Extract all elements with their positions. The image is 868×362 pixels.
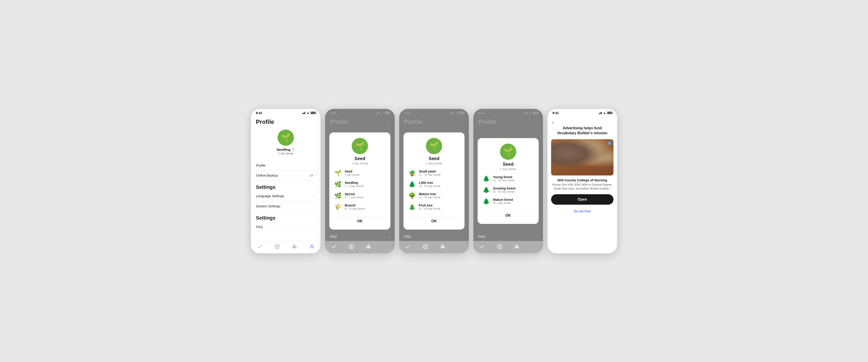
streak-item-youngforest: 🌲 Young forest 41 - 50 day streak: [482, 173, 534, 184]
phone-2: 9:41 ▲ Profile 🌱 Seed 1 day streak: [325, 109, 395, 254]
close-button[interactable]: ×: [552, 120, 554, 126]
nav-target[interactable]: [274, 243, 280, 250]
go-ad-free-link[interactable]: Go ad free: [548, 209, 617, 213]
college-name: Will County College of Nursing: [548, 178, 617, 182]
battery-icon: [311, 112, 315, 114]
item-days-seedling: 2 - 3 day streak: [345, 185, 364, 188]
ok-button-1[interactable]: OK: [334, 216, 386, 226]
streak-item-smallplant: 🪴 Small plant 11 - 14 day streak: [408, 167, 460, 178]
nav-check-4[interactable]: [479, 243, 485, 250]
nav-check-3[interactable]: [405, 243, 411, 250]
chevron-sys: ›: [314, 204, 315, 208]
faq-row-4: FAQ ›: [473, 232, 543, 241]
modal-title-2: Seed: [429, 156, 439, 161]
svg-point-7: [425, 246, 426, 247]
chevron-faq: ›: [314, 225, 315, 229]
nav-check-2[interactable]: [331, 243, 337, 250]
menu-item-profile[interactable]: Profile: [256, 161, 315, 170]
modal-seed-icon-2: 🌱 Seed 1 day streak: [408, 138, 460, 165]
chevron-icon: ›: [314, 173, 315, 177]
nav-check[interactable]: [256, 243, 263, 250]
item-name-smallplant: Small plant: [419, 170, 440, 173]
menu-item-faq[interactable]: FAQ ›: [256, 222, 315, 232]
nav-profile-4[interactable]: [531, 243, 537, 250]
status-icons-5: ▲: [598, 111, 612, 115]
streak-item-fruittree: 🎄 Fruit tree 31 - 40 day streak: [408, 201, 460, 213]
item-name-seed: Seed: [345, 170, 360, 173]
nav-target-4[interactable]: [496, 243, 503, 250]
chevron-lang: ›: [314, 194, 315, 198]
nav-chart-2[interactable]: [366, 243, 372, 250]
backup-right: off ›: [309, 173, 315, 177]
item-name-growingforest: Growing forest: [493, 187, 516, 190]
youngforest-icon: 🌲: [482, 174, 490, 183]
menu-section: Profile Online Backup off ›: [251, 161, 320, 180]
bottom-nav-1: [251, 241, 320, 253]
item-name-youngforest: Young forest: [493, 175, 515, 179]
item-name-maturetree: Mature tree: [419, 192, 440, 196]
seed-circle-2: 🌱: [426, 138, 442, 154]
profile-screen: Profile 🌱 Seedling ? 1 day streak Profil…: [251, 116, 320, 232]
item-days-sprout: 4 - 7 day streak: [345, 196, 364, 199]
littletree-icon: 🌲: [408, 180, 416, 188]
ok-button-3[interactable]: OK: [482, 211, 534, 220]
profile-header: Profile 🌱 Seedling ? 1 day streak: [251, 116, 320, 161]
phone-4: 9:41 ▲ Profile 🌱 Seed 1 day streak: [473, 109, 543, 254]
ad-image: ℹ: [551, 139, 614, 175]
nav-profile-2[interactable]: [383, 243, 389, 250]
item-name-fruittree: Fruit tree: [419, 203, 440, 207]
streak-item-sprout: 🌿 Sprout 4 - 7 day streak: [334, 190, 386, 201]
item-days-seed: 1 day streak: [345, 173, 360, 176]
streak-modal-3: 🌱 Seed 1 day streak 🌲 Young forest 41 - …: [477, 138, 539, 224]
nav-chart-3[interactable]: [440, 243, 446, 250]
phone-5: 9:41 ▲ × Advertising helps fund Vocabula…: [547, 109, 617, 254]
menu-item-system[interactable]: System Settings ›: [256, 201, 315, 212]
seed-circle-3: 🌱: [500, 143, 516, 160]
faq-row-3: FAQ ›: [399, 232, 469, 241]
modal-subtitle-2: 1 day streak: [426, 162, 442, 165]
streak-modal-1: 🌱 Seed 1 day streak 🌱 Seed 1 day streak …: [329, 133, 391, 229]
modal-overlay-4: 🌱 Seed 1 day streak 🌲 Young forest 41 - …: [473, 109, 543, 253]
streak-item-seed: 🌱 Seed 1 day streak: [334, 167, 386, 178]
item-days-growingforest: 51 - 60 day streak: [493, 190, 516, 193]
svg-point-5: [385, 245, 387, 247]
status-icons-1: ▲: [302, 111, 315, 115]
streak-list-3: 🌲 Young forest 41 - 50 day streak 🌲 Grow…: [482, 173, 534, 207]
college-desc: Pursue Your ASN, BSN, MSN or Doctoral De…: [551, 183, 614, 191]
streak-item-littletree: 🌲 Little tree 15 - 20 day streak: [408, 178, 460, 190]
menu-item-language[interactable]: Language Settings ›: [256, 191, 315, 201]
smallplant-icon: 🪴: [408, 169, 416, 177]
avatar-icon: 🌱: [278, 130, 294, 146]
item-name-branch: Branch: [345, 203, 365, 207]
modal-subtitle: 1 day streak: [352, 162, 368, 165]
ok-button-2[interactable]: OK: [408, 216, 460, 226]
streak-list-1: 🌱 Seed 1 day streak 🌿 Seedling 2 - 3 day…: [334, 167, 386, 213]
nav-target-2[interactable]: [348, 243, 354, 250]
faq-chevron-4: ›: [537, 234, 538, 239]
info-icon[interactable]: ?: [291, 148, 295, 151]
svg-point-4: [350, 246, 352, 247]
branch-icon: 🌾: [334, 203, 342, 211]
menu-item-backup[interactable]: Online Backup off ›: [256, 170, 315, 180]
modal-subtitle-3: 1 day streak: [500, 167, 516, 171]
settings-title-1: Settings: [251, 180, 320, 191]
ad-photo: ℹ: [551, 139, 614, 175]
settings-section-1: Language Settings › System Settings ›: [251, 191, 320, 212]
fruittree-icon: 🎄: [408, 203, 416, 211]
modal-title: Seed: [354, 156, 365, 161]
faq-row-2: FAQ ›: [325, 232, 395, 241]
nav-chart-4[interactable]: [514, 243, 520, 250]
signal-icon-5: [598, 112, 602, 114]
avatar-streak: 1 day streak: [278, 152, 293, 155]
streak-item-growingforest: 🌲 Growing forest 51 - 60 day streak: [482, 184, 534, 196]
nav-target-3[interactable]: [422, 243, 429, 250]
settings-title-2: Settings: [251, 212, 320, 222]
nav-profile-3[interactable]: [457, 243, 463, 250]
streak-item-seedling: 🌿 Seedling 2 - 3 day streak: [334, 178, 386, 190]
modal-seed-icon-3: 🌱 Seed 1 day streak: [482, 143, 534, 171]
nav-chart[interactable]: [291, 243, 298, 250]
seed-icon: 🌱: [334, 169, 342, 177]
open-button[interactable]: Open: [551, 194, 614, 205]
nav-profile[interactable]: [309, 243, 315, 250]
modal-title-3: Seed: [503, 162, 514, 167]
